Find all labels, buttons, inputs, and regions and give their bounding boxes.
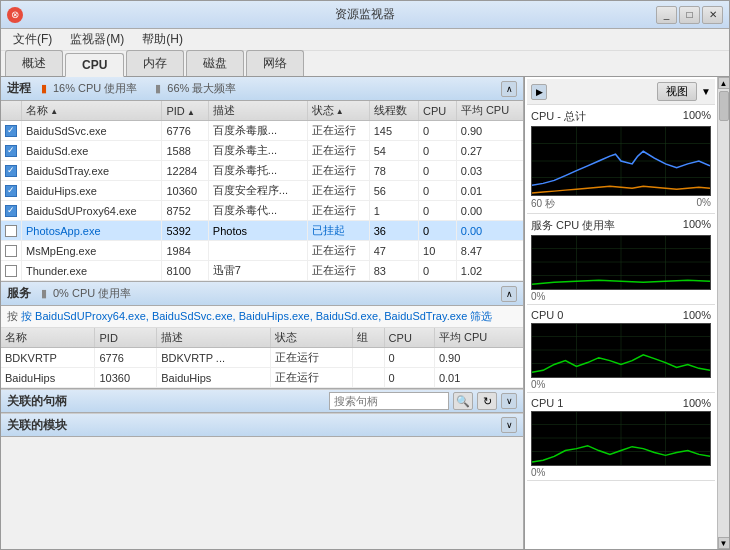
handles-header[interactable]: 关联的句柄 🔍 ↻ ∨ [1, 389, 523, 413]
scol-desc[interactable]: 描述 [157, 328, 271, 348]
services-cpu-title: 服务 CPU 使用率 100% [531, 218, 711, 233]
row-cpu: 0 [419, 141, 457, 161]
row-name: BaiduSdTray.exe [22, 161, 162, 181]
handles-title: 关联的句柄 [7, 393, 67, 410]
table-row[interactable]: Thunder.exe 8100 迅雷7 正在运行 83 0 1.02 [1, 261, 523, 281]
services-table: 名称 PID 描述 状态 组 CPU 平均 CPU BDKVRTP 6776 [1, 328, 523, 388]
close-button[interactable]: ✕ [702, 6, 723, 24]
handle-search-input[interactable] [329, 392, 449, 410]
scol-avg-cpu[interactable]: 平均 CPU [434, 328, 523, 348]
scol-group[interactable]: 组 [353, 328, 384, 348]
row-checkbox[interactable] [1, 241, 22, 261]
table-row[interactable]: BDKVRTP 6776 BDKVRTP ... 正在运行 0 0.90 [1, 348, 523, 368]
processes-header-left: 进程 ▮ 16% CPU 使用率 ▮ 66% 最大频率 [7, 80, 236, 97]
checkbox-icon [5, 185, 17, 197]
srow-cpu: 0 [384, 348, 434, 368]
processes-max-freq: 66% 最大频率 [167, 81, 236, 96]
cpu-total-graph [531, 126, 711, 196]
processes-table-container: 名称 PID 描述 状态 线程数 CPU 平均 CPU B [1, 101, 523, 281]
refresh-button[interactable]: ↻ [477, 392, 497, 410]
tab-network[interactable]: 网络 [246, 50, 304, 76]
row-avg-cpu: 8.47 [456, 241, 523, 261]
table-row[interactable]: BaiduSdSvc.exe 6776 百度杀毒服... 正在运行 145 0 … [1, 121, 523, 141]
cpu-total-labels: 60 秒 0% [531, 197, 711, 211]
menu-monitor[interactable]: 监视器(M) [62, 29, 132, 50]
cpu0-section: CPU 0 100% [527, 305, 715, 393]
row-cpu: 0 [419, 181, 457, 201]
tab-overview[interactable]: 概述 [5, 50, 63, 76]
cpu1-section: CPU 1 100% [527, 393, 715, 481]
tab-cpu[interactable]: CPU [65, 53, 124, 77]
row-name: PhotosApp.exe [22, 221, 162, 241]
tab-memory[interactable]: 内存 [126, 50, 184, 76]
col-avg-cpu[interactable]: 平均 CPU [456, 101, 523, 121]
row-checkbox[interactable] [1, 181, 22, 201]
minimize-button[interactable]: _ [656, 6, 677, 24]
row-checkbox[interactable] [1, 161, 22, 181]
maximize-button[interactable]: □ [679, 6, 700, 24]
right-scrollbar: ▲ ▼ [717, 77, 729, 549]
row-checkbox[interactable] [1, 201, 22, 221]
row-checkbox[interactable] [1, 141, 22, 161]
modules-collapse-btn[interactable]: ∨ [501, 417, 517, 433]
checkbox-icon [5, 205, 17, 217]
row-desc: 百度杀毒托... [208, 161, 307, 181]
processes-collapse-btn[interactable]: ∧ [501, 81, 517, 97]
scol-pid[interactable]: PID [95, 328, 157, 348]
row-threads: 83 [369, 261, 418, 281]
row-name: BaiduSdSvc.exe [22, 121, 162, 141]
row-checkbox[interactable] [1, 221, 22, 241]
scol-cpu[interactable]: CPU [384, 328, 434, 348]
table-row[interactable]: BaiduHips.exe 10360 百度安全程序... 正在运行 56 0 … [1, 181, 523, 201]
row-name: BaiduHips.exe [22, 181, 162, 201]
row-avg-cpu: 0.01 [456, 181, 523, 201]
table-row[interactable]: BaiduSd.exe 1588 百度杀毒主... 正在运行 54 0 0.27 [1, 141, 523, 161]
table-row[interactable]: BaiduSdUProxy64.exe 8752 百度杀毒代... 正在运行 1… [1, 201, 523, 221]
scroll-thumb[interactable] [719, 91, 729, 121]
right-area: ▶ 视图 ▼ CPU - 总计 100% [524, 77, 729, 549]
cpu0-svg [532, 324, 710, 377]
search-button[interactable]: 🔍 [453, 392, 473, 410]
modules-header[interactable]: 关联的模块 ∨ [1, 413, 523, 437]
cpu1-graph [531, 411, 711, 466]
scroll-up-btn[interactable]: ▲ [718, 77, 730, 89]
col-name[interactable]: 名称 [22, 101, 162, 121]
table-row[interactable]: MsMpEng.exe 1984 正在运行 47 10 8.47 [1, 241, 523, 261]
services-cpu-section: 服务 CPU 使用率 100% [527, 214, 715, 305]
table-row[interactable]: BaiduSdTray.exe 12284 百度杀毒托... 正在运行 78 0… [1, 161, 523, 181]
tab-disk[interactable]: 磁盘 [186, 50, 244, 76]
row-desc: 百度杀毒主... [208, 141, 307, 161]
checkbox-icon [5, 125, 17, 137]
row-desc: 百度安全程序... [208, 181, 307, 201]
right-expand-btn[interactable]: ▶ [531, 84, 547, 100]
title-bar-left: ⊗ [7, 7, 23, 23]
checkbox-icon [5, 225, 17, 237]
menu-file[interactable]: 文件(F) [5, 29, 60, 50]
menu-help[interactable]: 帮助(H) [134, 29, 191, 50]
col-pid[interactable]: PID [162, 101, 208, 121]
row-name: Thunder.exe [22, 261, 162, 281]
col-desc[interactable]: 描述 [208, 101, 307, 121]
scroll-down-btn[interactable]: ▼ [718, 537, 730, 549]
row-checkbox[interactable] [1, 121, 22, 141]
view-dropdown-icon[interactable]: ▼ [701, 86, 711, 97]
table-row[interactable]: BaiduHips 10360 BaiduHips 正在运行 0 0.01 [1, 368, 523, 388]
scol-status[interactable]: 状态 [270, 328, 353, 348]
services-collapse-btn[interactable]: ∧ [501, 286, 517, 302]
view-button[interactable]: 视图 [657, 82, 697, 101]
checkbox-icon [5, 265, 17, 277]
srow-pid: 6776 [95, 348, 157, 368]
col-status[interactable]: 状态 [307, 101, 369, 121]
services-header[interactable]: 服务 ▮ 0% CPU 使用率 ∧ [1, 282, 523, 306]
processes-section: 进程 ▮ 16% CPU 使用率 ▮ 66% 最大频率 ∧ 名称 [1, 77, 523, 282]
row-checkbox[interactable] [1, 261, 22, 281]
col-cpu[interactable]: CPU [419, 101, 457, 121]
cpu0-label: CPU 0 [531, 309, 563, 321]
handles-collapse-btn[interactable]: ∨ [501, 393, 517, 409]
scol-name[interactable]: 名称 [1, 328, 95, 348]
col-threads[interactable]: 线程数 [369, 101, 418, 121]
table-row[interactable]: PhotosApp.exe 5392 Photos 已挂起 36 0 0.00 [1, 221, 523, 241]
bottom-sections: 关联的句柄 🔍 ↻ ∨ 关联的模块 ∨ [1, 389, 523, 437]
processes-header[interactable]: 进程 ▮ 16% CPU 使用率 ▮ 66% 最大频率 ∧ [1, 77, 523, 101]
services-cpu-label: 服务 CPU 使用率 [531, 218, 615, 233]
